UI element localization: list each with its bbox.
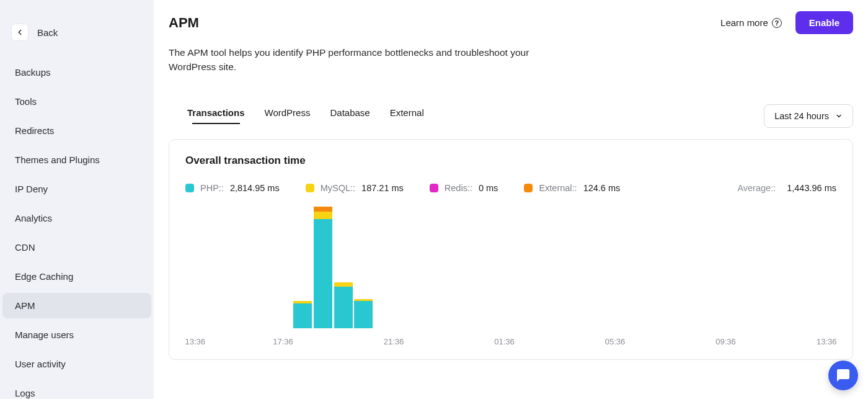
chat-icon xyxy=(836,368,851,383)
bar-segment-mysql xyxy=(334,282,353,287)
bar-stack xyxy=(354,299,373,328)
tab-database[interactable]: Database xyxy=(330,107,370,124)
help-icon: ? xyxy=(772,18,782,28)
x-axis: 13:3617:3621:3601:3605:3609:3613:36 xyxy=(185,328,836,353)
bar-segment-external xyxy=(314,207,332,212)
legend-swatch xyxy=(185,184,194,192)
header: APM Learn more ? Enable xyxy=(169,11,853,34)
sidebar: Back BackupsToolsRedirectsThemes and Plu… xyxy=(0,0,154,399)
chart: 13:3617:3621:3601:3605:3609:3613:36 xyxy=(185,204,836,353)
legend-value: 2,814.95 ms xyxy=(230,183,280,193)
legend-value: 187.21 ms xyxy=(361,183,404,193)
x-tick: 17:36 xyxy=(273,337,293,346)
bar-segment-mysql xyxy=(314,212,332,219)
average-value: 1,443.96 ms xyxy=(787,183,836,193)
x-tick: 13:36 xyxy=(817,337,837,346)
legend-item: Redis::0 ms xyxy=(430,183,498,193)
x-tick: 13:36 xyxy=(185,337,205,346)
bar-stack xyxy=(293,301,312,328)
back-label: Back xyxy=(37,27,58,38)
main-content: APM Learn more ? Enable The APM tool hel… xyxy=(154,0,868,399)
page-title: APM xyxy=(169,15,199,31)
plot-area xyxy=(247,204,824,328)
bar-segment-php xyxy=(354,301,373,328)
tab-transactions[interactable]: Transactions xyxy=(187,107,245,124)
legend-item: MySQL::187.21 ms xyxy=(306,183,404,193)
sidebar-item-manage-users[interactable]: Manage users xyxy=(2,322,151,347)
time-range-label: Last 24 hours xyxy=(774,111,829,121)
tab-external[interactable]: External xyxy=(390,107,424,124)
learn-more-link[interactable]: Learn more ? xyxy=(720,17,782,28)
legend-label: MySQL:: xyxy=(321,183,355,193)
legend-swatch xyxy=(524,184,533,192)
enable-button[interactable]: Enable xyxy=(795,11,853,34)
legend-swatch xyxy=(306,184,314,192)
bar-segment-php xyxy=(334,287,353,328)
card-title: Overall transaction time xyxy=(185,155,836,167)
sidebar-item-analytics[interactable]: Analytics xyxy=(2,205,151,231)
bar-stack xyxy=(334,282,353,328)
bar-segment-php xyxy=(314,219,332,328)
legend-average: Average:: 1,443.96 ms xyxy=(737,183,836,193)
legend-label: PHP:: xyxy=(200,183,224,193)
sidebar-item-backups[interactable]: Backups xyxy=(2,60,151,85)
x-tick: 09:36 xyxy=(715,337,736,346)
legend-item: PHP::2,814.95 ms xyxy=(185,183,280,193)
bar-segment-php xyxy=(293,303,312,328)
page-description: The APM tool helps you identify PHP perf… xyxy=(169,45,541,74)
x-tick: 21:36 xyxy=(384,337,404,346)
sidebar-item-themes-and-plugins[interactable]: Themes and Plugins xyxy=(2,147,151,173)
arrow-left-icon xyxy=(16,28,24,37)
x-tick: 01:36 xyxy=(494,337,515,346)
x-tick: 05:36 xyxy=(605,337,626,346)
chevron-down-icon xyxy=(835,112,843,120)
time-range-select[interactable]: Last 24 hours xyxy=(764,104,853,128)
average-label: Average:: xyxy=(737,183,776,193)
learn-more-label: Learn more xyxy=(720,17,768,28)
sidebar-item-redirects[interactable]: Redirects xyxy=(2,118,151,143)
tabs-row: TransactionsWordPressDatabaseExternal La… xyxy=(169,104,853,128)
sidebar-item-tools[interactable]: Tools xyxy=(2,89,151,114)
sidebar-item-user-activity[interactable]: User activity xyxy=(2,351,151,377)
sidebar-item-logs[interactable]: Logs xyxy=(2,380,151,399)
chat-widget[interactable] xyxy=(828,361,858,390)
bar-stack xyxy=(314,207,332,328)
legend: PHP::2,814.95 msMySQL::187.21 msRedis::0… xyxy=(185,183,620,193)
sidebar-item-apm[interactable]: APM xyxy=(2,293,151,318)
tab-wordpress[interactable]: WordPress xyxy=(265,107,311,124)
legend-value: 124.6 ms xyxy=(583,183,621,193)
legend-label: Redis:: xyxy=(445,183,472,193)
back-row: Back xyxy=(0,24,154,60)
back-button[interactable] xyxy=(11,24,29,41)
legend-row: PHP::2,814.95 msMySQL::187.21 msRedis::0… xyxy=(185,183,836,193)
sidebar-item-edge-caching[interactable]: Edge Caching xyxy=(2,264,151,289)
legend-swatch xyxy=(430,184,438,192)
legend-item: External::124.6 ms xyxy=(524,183,620,193)
header-actions: Learn more ? Enable xyxy=(720,11,853,34)
legend-label: External:: xyxy=(539,183,577,193)
legend-value: 0 ms xyxy=(479,183,498,193)
sidebar-item-cdn[interactable]: CDN xyxy=(2,235,151,260)
tabs: TransactionsWordPressDatabaseExternal xyxy=(187,107,424,124)
sidebar-item-ip-deny[interactable]: IP Deny xyxy=(2,176,151,202)
transaction-time-card: Overall transaction time PHP::2,814.95 m… xyxy=(169,139,853,360)
